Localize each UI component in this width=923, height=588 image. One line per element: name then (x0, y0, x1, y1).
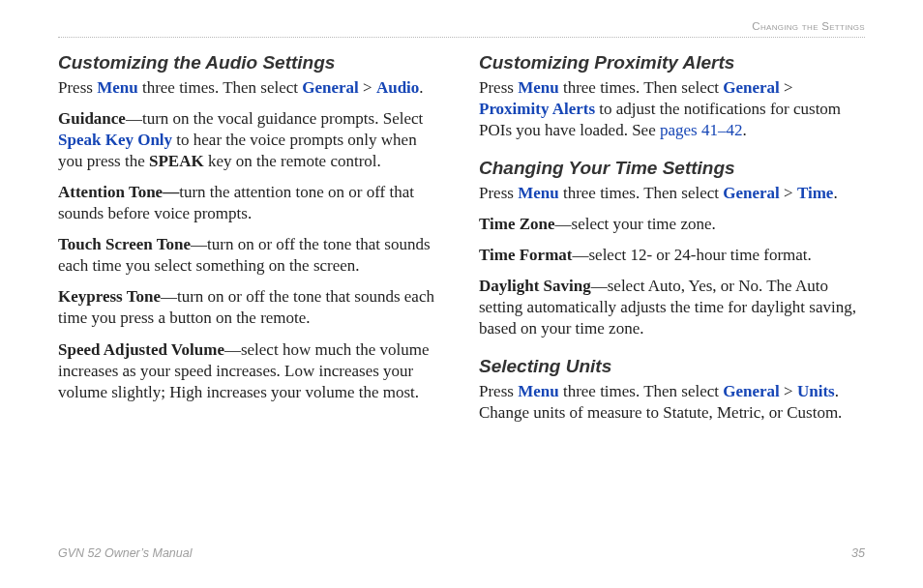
section-audio-settings: Customizing the Audio Settings Press Men… (58, 51, 444, 403)
running-head: Changing the Settings (58, 19, 865, 37)
section-time-settings: Changing Your Time Settings Press Menu t… (479, 157, 865, 339)
text: three times. Then select (559, 184, 724, 202)
two-column-layout: Customizing the Audio Settings Press Men… (58, 51, 865, 516)
term: Time Zone (479, 215, 555, 233)
menu-link[interactable]: Menu (518, 78, 559, 97)
text: Press (479, 78, 518, 97)
term: Speed Adjusted Volume (58, 340, 224, 359)
text: Press (479, 382, 518, 400)
page-footer: GVN 52 Owner’s Manual 35 (58, 516, 865, 561)
term: Keypress Tone (58, 287, 161, 306)
audio-link[interactable]: Audio (376, 78, 419, 97)
menu-link[interactable]: Menu (518, 184, 559, 202)
text: Press (58, 78, 97, 97)
horizontal-rule (58, 37, 865, 38)
text: three times. Then select (138, 78, 303, 97)
heading-proximity-alerts: Customizing Proximity Alerts (479, 51, 865, 75)
term: Daylight Saving (479, 277, 591, 295)
menu-link[interactable]: Menu (518, 382, 559, 400)
proximity-alerts-link[interactable]: Proximity Alerts (479, 100, 595, 118)
proximity-body: Press Menu three times. Then select Gene… (479, 77, 865, 141)
left-column: Customizing the Audio Settings Press Men… (58, 51, 444, 516)
guidance-item: Guidance—turn on the vocal guidance prom… (58, 108, 444, 172)
heading-audio-settings: Customizing the Audio Settings (58, 51, 444, 75)
general-link[interactable]: General (723, 184, 780, 202)
text: . (742, 121, 746, 139)
units-link[interactable]: Units (797, 382, 835, 400)
speak-key-only-link[interactable]: Speak Key Only (58, 131, 172, 149)
menu-link[interactable]: Menu (97, 78, 138, 97)
text: —select your time zone. (555, 215, 716, 233)
touch-tone-item: Touch Screen Tone—turn on or off the ton… (58, 234, 444, 277)
text: . (833, 184, 837, 202)
text: —turn on the vocal guidance prompts. Sel… (126, 109, 423, 128)
time-intro: Press Menu three times. Then select Gene… (479, 183, 865, 204)
attention-tone-item: Attention Tone—turn the attention tone o… (58, 182, 444, 224)
right-column: Customizing Proximity Alerts Press Menu … (479, 51, 865, 516)
term: Touch Screen Tone (58, 235, 191, 253)
audio-intro: Press Menu three times. Then select Gene… (58, 77, 444, 99)
separator: > (780, 184, 797, 202)
page-reference-link[interactable]: pages 41–42 (660, 121, 742, 139)
general-link[interactable]: General (723, 382, 780, 400)
daylight-saving-item: Daylight Saving—select Auto, Yes, or No.… (479, 276, 865, 339)
term: Attention Tone— (58, 183, 179, 201)
separator: > (780, 382, 797, 400)
section-units: Selecting Units Press Menu three times. … (479, 355, 865, 424)
page-number: 35 (851, 545, 865, 561)
section-proximity-alerts: Customizing Proximity Alerts Press Menu … (479, 51, 865, 141)
speak-key: SPEAK (149, 152, 204, 170)
text: three times. Then select (559, 382, 724, 400)
general-link[interactable]: General (302, 78, 359, 97)
text: key on the remote control. (204, 152, 381, 170)
general-link[interactable]: General (723, 78, 780, 97)
separator: > (780, 78, 793, 97)
term: Time Format (479, 246, 572, 264)
heading-time-settings: Changing Your Time Settings (479, 157, 865, 181)
time-format-item: Time Format—select 12- or 24-hour time f… (479, 245, 865, 266)
heading-units: Selecting Units (479, 355, 865, 379)
time-link[interactable]: Time (797, 184, 833, 202)
speed-adjusted-volume-item: Speed Adjusted Volume—select how much th… (58, 339, 444, 403)
footer-left: GVN 52 Owner’s Manual (58, 545, 193, 561)
keypress-tone-item: Keypress Tone—turn on or off the tone th… (58, 286, 444, 329)
time-zone-item: Time Zone—select your time zone. (479, 214, 865, 235)
separator: > (359, 78, 376, 97)
units-body: Press Menu three times. Then select Gene… (479, 381, 865, 424)
text: —select 12- or 24-hour time format. (572, 246, 811, 264)
text: Press (479, 184, 518, 202)
text: . (419, 78, 423, 97)
text: three times. Then select (559, 78, 724, 97)
term: Guidance (58, 109, 126, 128)
